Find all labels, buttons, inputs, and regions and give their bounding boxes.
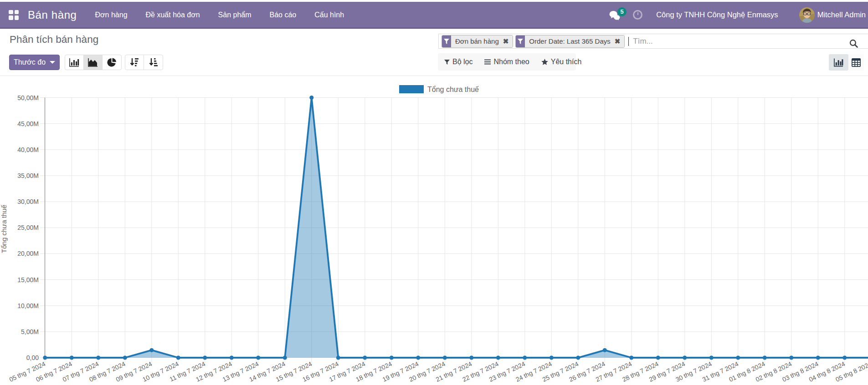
svg-text:25,00M: 25,00M <box>17 224 39 231</box>
svg-text:35,00M: 35,00M <box>17 172 39 179</box>
svg-text:0,00: 0,00 <box>26 354 39 361</box>
svg-text:15,00M: 15,00M <box>17 276 39 284</box>
svg-text:10,00M: 10,00M <box>17 302 39 309</box>
svg-text:40,00M: 40,00M <box>17 146 39 153</box>
svg-text:50,00M: 50,00M <box>17 94 39 101</box>
svg-text:20,00M: 20,00M <box>17 250 39 257</box>
svg-text:30,00M: 30,00M <box>17 198 39 205</box>
svg-text:5,00M: 5,00M <box>21 328 39 335</box>
svg-text:45,00M: 45,00M <box>17 120 39 127</box>
svg-text:Tổng chưa thuế: Tổng chưa thuế <box>0 204 8 253</box>
svg-text:Tổng chưa thuế: Tổng chưa thuế <box>427 86 479 93</box>
